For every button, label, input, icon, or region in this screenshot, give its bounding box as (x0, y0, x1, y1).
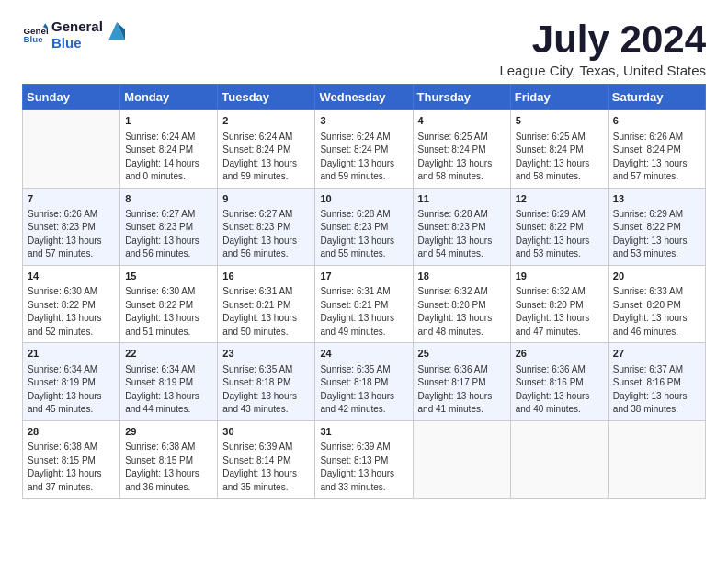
day-info: Sunrise: 6:30 AM Sunset: 8:22 PM Dayligh… (28, 285, 115, 339)
calendar-week-row: 14Sunrise: 6:30 AM Sunset: 8:22 PM Dayli… (23, 265, 706, 342)
day-number: 28 (28, 425, 115, 439)
calendar-cell: 5Sunrise: 6:25 AM Sunset: 8:24 PM Daylig… (510, 110, 608, 188)
calendar-cell: 8Sunrise: 6:27 AM Sunset: 8:23 PM Daylig… (120, 188, 218, 265)
day-info: Sunrise: 6:27 AM Sunset: 8:23 PM Dayligh… (125, 208, 212, 261)
calendar-cell (23, 110, 120, 188)
calendar-cell (413, 420, 510, 498)
day-header-sunday: Sunday (23, 85, 120, 110)
logo-line1: General (51, 18, 103, 35)
calendar-cell: 1Sunrise: 6:24 AM Sunset: 8:24 PM Daylig… (120, 110, 218, 188)
day-header-wednesday: Wednesday (315, 85, 413, 110)
day-number: 10 (320, 192, 407, 206)
calendar-cell: 16Sunrise: 6:31 AM Sunset: 8:21 PM Dayli… (218, 265, 315, 342)
calendar-cell: 20Sunrise: 6:33 AM Sunset: 8:20 PM Dayli… (608, 265, 705, 342)
page-header: General Blue General Blue July 2024 Leag… (22, 18, 706, 78)
logo: General Blue General Blue (22, 18, 125, 52)
calendar-cell: 9Sunrise: 6:27 AM Sunset: 8:23 PM Daylig… (218, 188, 315, 265)
day-info: Sunrise: 6:37 AM Sunset: 8:16 PM Dayligh… (613, 363, 700, 417)
day-number: 3 (320, 114, 407, 128)
subtitle: League City, Texas, United States (499, 63, 706, 78)
day-number: 12 (516, 192, 603, 206)
calendar-cell: 28Sunrise: 6:38 AM Sunset: 8:15 PM Dayli… (23, 420, 120, 498)
day-number: 22 (125, 347, 212, 361)
day-info: Sunrise: 6:36 AM Sunset: 8:16 PM Dayligh… (516, 363, 603, 417)
day-number: 13 (613, 192, 700, 206)
day-number: 30 (222, 425, 310, 439)
day-info: Sunrise: 6:39 AM Sunset: 8:13 PM Dayligh… (320, 441, 407, 494)
day-info: Sunrise: 6:25 AM Sunset: 8:24 PM Dayligh… (418, 131, 506, 184)
day-number: 23 (222, 347, 310, 361)
calendar-cell: 30Sunrise: 6:39 AM Sunset: 8:14 PM Dayli… (218, 420, 315, 498)
calendar-cell: 29Sunrise: 6:38 AM Sunset: 8:15 PM Dayli… (120, 420, 218, 498)
day-info: Sunrise: 6:35 AM Sunset: 8:18 PM Dayligh… (320, 363, 407, 417)
calendar-cell: 27Sunrise: 6:37 AM Sunset: 8:16 PM Dayli… (608, 343, 705, 420)
calendar-cell: 4Sunrise: 6:25 AM Sunset: 8:24 PM Daylig… (413, 110, 510, 188)
calendar-cell: 12Sunrise: 6:29 AM Sunset: 8:22 PM Dayli… (510, 188, 608, 265)
day-header-thursday: Thursday (413, 85, 510, 110)
calendar-cell (608, 420, 705, 498)
main-title: July 2024 (499, 18, 706, 61)
calendar-cell: 14Sunrise: 6:30 AM Sunset: 8:22 PM Dayli… (23, 265, 120, 342)
logo-line2: Blue (51, 35, 103, 52)
calendar-cell: 24Sunrise: 6:35 AM Sunset: 8:18 PM Dayli… (315, 343, 413, 420)
calendar-table: SundayMondayTuesdayWednesdayThursdayFrid… (22, 84, 706, 499)
calendar-cell: 7Sunrise: 6:26 AM Sunset: 8:23 PM Daylig… (23, 188, 120, 265)
day-info: Sunrise: 6:38 AM Sunset: 8:15 PM Dayligh… (28, 441, 115, 494)
day-number: 17 (320, 270, 407, 283)
day-info: Sunrise: 6:35 AM Sunset: 8:18 PM Dayligh… (222, 363, 310, 417)
calendar-week-row: 1Sunrise: 6:24 AM Sunset: 8:24 PM Daylig… (23, 110, 706, 188)
day-info: Sunrise: 6:30 AM Sunset: 8:22 PM Dayligh… (125, 285, 212, 339)
calendar-cell: 11Sunrise: 6:28 AM Sunset: 8:23 PM Dayli… (413, 188, 510, 265)
day-number: 27 (613, 347, 700, 361)
day-number: 24 (320, 347, 407, 361)
day-info: Sunrise: 6:24 AM Sunset: 8:24 PM Dayligh… (222, 131, 310, 184)
calendar-cell: 2Sunrise: 6:24 AM Sunset: 8:24 PM Daylig… (218, 110, 315, 188)
day-info: Sunrise: 6:24 AM Sunset: 8:24 PM Dayligh… (320, 131, 407, 184)
calendar-header-row: SundayMondayTuesdayWednesdayThursdayFrid… (23, 85, 706, 110)
day-info: Sunrise: 6:36 AM Sunset: 8:17 PM Dayligh… (418, 363, 506, 417)
day-number: 9 (222, 192, 310, 206)
calendar-week-row: 7Sunrise: 6:26 AM Sunset: 8:23 PM Daylig… (23, 188, 706, 265)
day-header-friday: Friday (510, 85, 608, 110)
calendar-cell: 6Sunrise: 6:26 AM Sunset: 8:24 PM Daylig… (608, 110, 705, 188)
day-number: 4 (418, 114, 506, 128)
day-info: Sunrise: 6:29 AM Sunset: 8:22 PM Dayligh… (613, 208, 700, 261)
day-header-monday: Monday (120, 85, 218, 110)
calendar-cell: 21Sunrise: 6:34 AM Sunset: 8:19 PM Dayli… (23, 343, 120, 420)
calendar-cell (510, 420, 608, 498)
calendar-cell: 25Sunrise: 6:36 AM Sunset: 8:17 PM Dayli… (413, 343, 510, 420)
calendar-week-row: 21Sunrise: 6:34 AM Sunset: 8:19 PM Dayli… (23, 343, 706, 420)
calendar-cell: 22Sunrise: 6:34 AM Sunset: 8:19 PM Dayli… (120, 343, 218, 420)
day-number: 19 (516, 270, 603, 283)
day-header-saturday: Saturday (608, 85, 705, 110)
day-number: 20 (613, 270, 700, 283)
day-number: 7 (28, 192, 115, 206)
day-number: 31 (320, 425, 407, 439)
day-number: 5 (516, 114, 603, 128)
day-info: Sunrise: 6:31 AM Sunset: 8:21 PM Dayligh… (222, 285, 310, 339)
day-info: Sunrise: 6:34 AM Sunset: 8:19 PM Dayligh… (125, 363, 212, 417)
day-header-tuesday: Tuesday (218, 85, 315, 110)
day-info: Sunrise: 6:32 AM Sunset: 8:20 PM Dayligh… (418, 285, 506, 339)
calendar-cell: 18Sunrise: 6:32 AM Sunset: 8:20 PM Dayli… (413, 265, 510, 342)
calendar-week-row: 28Sunrise: 6:38 AM Sunset: 8:15 PM Dayli… (23, 420, 706, 498)
day-number: 29 (125, 425, 212, 439)
day-info: Sunrise: 6:34 AM Sunset: 8:19 PM Dayligh… (28, 363, 115, 417)
logo-icon: General Blue (22, 22, 48, 48)
day-number: 6 (613, 114, 700, 128)
day-number: 25 (418, 347, 506, 361)
day-info: Sunrise: 6:38 AM Sunset: 8:15 PM Dayligh… (125, 441, 212, 494)
calendar-cell: 17Sunrise: 6:31 AM Sunset: 8:21 PM Dayli… (315, 265, 413, 342)
logo-triangle-icon (108, 22, 125, 40)
day-info: Sunrise: 6:39 AM Sunset: 8:14 PM Dayligh… (222, 441, 310, 494)
day-info: Sunrise: 6:32 AM Sunset: 8:20 PM Dayligh… (516, 285, 603, 339)
day-info: Sunrise: 6:28 AM Sunset: 8:23 PM Dayligh… (418, 208, 506, 261)
calendar-cell: 10Sunrise: 6:28 AM Sunset: 8:23 PM Dayli… (315, 188, 413, 265)
day-number: 21 (28, 347, 115, 361)
calendar-cell: 26Sunrise: 6:36 AM Sunset: 8:16 PM Dayli… (510, 343, 608, 420)
day-number: 15 (125, 270, 212, 283)
day-info: Sunrise: 6:24 AM Sunset: 8:24 PM Dayligh… (125, 131, 212, 184)
calendar-cell: 31Sunrise: 6:39 AM Sunset: 8:13 PM Dayli… (315, 420, 413, 498)
day-number: 11 (418, 192, 506, 206)
day-number: 14 (28, 270, 115, 283)
